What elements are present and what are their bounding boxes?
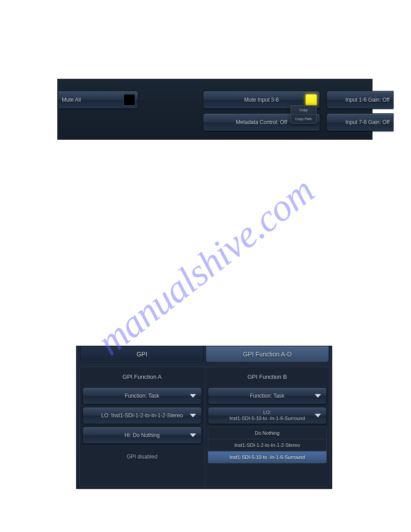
gpi-function-a-column: GPI Function A Function: Task LO: Inst1-… bbox=[80, 367, 205, 486]
gpi-panel: GPI GPI Function A-D GPI Function A Func… bbox=[76, 346, 332, 489]
mute-input-label: Mute Input 3-6 bbox=[244, 97, 278, 103]
gpi-function-b-heading: GPI Function B bbox=[208, 370, 327, 385]
chevron-down-icon bbox=[315, 394, 321, 398]
chevron-down-icon bbox=[190, 433, 196, 437]
function-b-lo-line1: LO: bbox=[263, 410, 271, 416]
chevron-down-icon bbox=[315, 414, 321, 417]
function-a-hi-label: HI: Do Nothing bbox=[124, 432, 160, 438]
function-a-task-label: Function: Task bbox=[125, 393, 159, 399]
input-1-6-gain-button[interactable]: Input 1-6 Gain: Off bbox=[326, 91, 394, 109]
gpi-body: GPI Function A Function: Task LO: Inst1-… bbox=[79, 367, 330, 487]
function-a-lo-select[interactable]: LO: Inst1-SDI-1-2-to-In-1-2-Stereo bbox=[82, 407, 202, 424]
context-copy-item[interactable]: Copy bbox=[291, 106, 316, 114]
gpi-function-b-column: GPI Function B Function: Task LO: Inst1-… bbox=[205, 367, 330, 486]
function-a-lo-label: LO: Inst1-SDI-1-2-to-In-1-2-Stereo bbox=[101, 412, 183, 419]
chevron-down-icon bbox=[190, 414, 196, 417]
mute-all-indicator-icon bbox=[124, 94, 135, 106]
mute-all-label: Mute All bbox=[62, 97, 81, 103]
audio-control-panel: Mute All Mute Input 3-6 Metadata Control… bbox=[57, 79, 372, 140]
input-7-8-gain-label: Input 7-8 Gain: Off bbox=[345, 119, 390, 125]
watermark-text: manualshive.com bbox=[89, 168, 322, 365]
hi-option-do-nothing[interactable]: Do Nothing bbox=[208, 427, 327, 439]
tab-gpi[interactable]: GPI bbox=[80, 346, 204, 362]
metadata-control-label: Metadata Control: Off bbox=[236, 119, 287, 125]
gpi-function-a-heading: GPI Function A bbox=[82, 370, 202, 385]
function-a-task-select[interactable]: Function: Task bbox=[82, 387, 202, 404]
hi-option-stereo[interactable]: Inst1-SDI-1-2-to-In-1-2-Stereo bbox=[208, 439, 327, 451]
tab-gpi-function-ad[interactable]: GPI Function A-D bbox=[206, 346, 329, 362]
function-b-lo-select[interactable]: LO: Inst1-SDI-5-10-to -In-1-6-Surround bbox=[208, 407, 327, 424]
function-b-task-label: Function: Task bbox=[250, 393, 284, 399]
mute-all-button[interactable]: Mute All bbox=[58, 91, 138, 109]
chevron-down-icon bbox=[190, 394, 196, 398]
function-b-task-select[interactable]: Function: Task bbox=[208, 387, 327, 404]
input-7-8-gain-button[interactable]: Input 7-8 Gain: Off bbox=[326, 113, 394, 131]
hi-option-surround[interactable]: Inst1-SDI-5-10-to -In-1-6-Surround bbox=[208, 451, 327, 463]
input-1-6-gain-label: Input 1-6 Gain: Off bbox=[345, 97, 390, 103]
gpi-disabled-label: GPI disabled bbox=[82, 446, 202, 467]
function-b-hi-dropdown: Do Nothing Inst1-SDI-1-2-to-In-1-2-Stere… bbox=[208, 427, 327, 463]
function-a-hi-select[interactable]: HI: Do Nothing bbox=[82, 427, 202, 444]
mute-input-indicator-icon bbox=[305, 94, 317, 106]
context-copy-path-item[interactable]: Copy Path bbox=[291, 114, 316, 123]
context-menu: Copy Copy Path bbox=[291, 105, 317, 124]
gpi-tabs: GPI GPI Function A-D bbox=[80, 346, 329, 362]
function-b-lo-line2: Inst1-SDI-5-10-to -In-1-6-Surround bbox=[229, 416, 305, 421]
